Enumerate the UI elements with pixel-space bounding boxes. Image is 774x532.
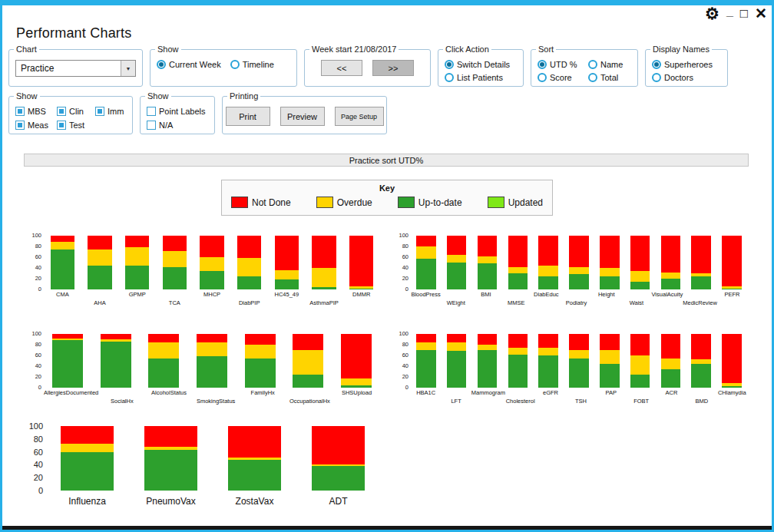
bar-cholesterol[interactable] <box>508 334 528 388</box>
x-label-slot: AlcoholStatus <box>145 388 192 408</box>
segment-overdue <box>125 247 149 265</box>
bar-tca[interactable] <box>163 236 187 289</box>
maximize-icon[interactable]: □ <box>740 5 748 22</box>
bar-podiatry[interactable] <box>569 236 588 289</box>
checkbox-test[interactable]: Test <box>57 121 92 130</box>
segment-up-to-date <box>144 450 198 491</box>
segment-not-done <box>722 334 741 383</box>
radio-switch-details[interactable]: Switch Details <box>445 60 517 69</box>
radio-list-patients[interactable]: List Patients <box>445 73 517 82</box>
radio-doctors[interactable]: Doctors <box>652 73 721 82</box>
segment-up-to-date <box>538 276 557 290</box>
checkbox-imm[interactable]: Imm <box>95 107 126 116</box>
x-axis-labels: BloodPressWEightBMIMMSEDiabEducPodiatryH… <box>411 289 747 309</box>
plot-column: BloodPressWEightBMIMMSEDiabEducPodiatryH… <box>411 236 747 309</box>
bar-diabeduc[interactable] <box>538 236 557 289</box>
bar-dmmr[interactable] <box>349 236 373 289</box>
bar-tsh[interactable] <box>569 334 588 388</box>
bar-adt[interactable] <box>312 426 366 491</box>
bar-socialhx[interactable] <box>101 334 131 388</box>
bar-pefr[interactable] <box>722 236 741 289</box>
y-tick-label: 100 <box>399 233 408 239</box>
bar-allergiesdocumented[interactable] <box>52 334 83 388</box>
checkbox-clin[interactable]: Clin <box>57 107 92 116</box>
segment-up-to-date <box>148 359 179 388</box>
x-label-slot: DMMR <box>342 289 380 309</box>
bar-chlamydia[interactable] <box>722 334 741 388</box>
bar-height[interactable] <box>600 236 619 289</box>
bar-acr[interactable] <box>661 334 680 388</box>
chevron-down-icon[interactable]: ▼ <box>121 61 135 76</box>
close-icon[interactable]: ✕ <box>755 5 767 22</box>
checkbox-meas[interactable]: Meas <box>15 121 54 130</box>
settings-gear-icon[interactable]: ⚙ <box>705 5 719 22</box>
y-tick-label: 60 <box>34 448 43 457</box>
radio-timeline[interactable]: Timeline <box>230 60 274 69</box>
bar-hba1c[interactable] <box>416 334 435 388</box>
bar-hc45-49[interactable] <box>275 236 299 289</box>
bar-slot <box>268 236 306 289</box>
chart-dropdown[interactable]: Practice ▼ <box>15 60 136 77</box>
x-label-slot: PneumoVax <box>129 491 213 507</box>
controls-row-2: Show MBSClinImmMeasTest Show Point Label… <box>8 96 766 134</box>
bar-zostavax[interactable] <box>228 426 282 491</box>
prev-week-button[interactable]: << <box>321 60 362 76</box>
x-label-slot: BMD <box>686 388 716 408</box>
bar-egfr[interactable] <box>538 334 557 388</box>
radio-label: Score <box>550 73 572 82</box>
bar-lft[interactable] <box>447 334 466 388</box>
segment-not-done <box>228 426 282 458</box>
preview-button[interactable]: Preview <box>280 107 325 126</box>
bar-bmi[interactable] <box>478 236 497 289</box>
bar-influenza[interactable] <box>61 426 114 491</box>
bar-bmd[interactable] <box>691 334 710 388</box>
checkbox-point-labels[interactable]: Point Labels <box>147 107 208 116</box>
bar-medicreview[interactable] <box>691 236 710 289</box>
plot-area <box>44 334 380 388</box>
bar-gpmp[interactable] <box>125 236 149 289</box>
bar-weight[interactable] <box>447 236 466 289</box>
x-label-slot: Waist <box>621 289 651 309</box>
segment-overdue <box>630 271 650 282</box>
bar-waist[interactable] <box>630 236 650 289</box>
segment-up-to-date <box>447 263 466 289</box>
radio-score[interactable]: Score <box>538 73 587 82</box>
radio-total[interactable]: Total <box>588 73 631 82</box>
bar-mmse[interactable] <box>508 236 528 289</box>
bar-cma[interactable] <box>51 236 74 289</box>
bar-fobt[interactable] <box>630 334 650 388</box>
y-tick-label: 80 <box>35 342 41 348</box>
y-tick-label: 60 <box>402 352 408 359</box>
bar-diabpip[interactable] <box>237 236 261 289</box>
y-tick-label: 80 <box>35 243 41 249</box>
segment-overdue <box>88 249 111 266</box>
bar-mhcp[interactable] <box>200 236 223 289</box>
bar-aha[interactable] <box>88 236 111 289</box>
next-week-button[interactable]: >> <box>372 60 414 76</box>
minimize-icon[interactable]: _ <box>726 3 733 20</box>
bar-familyhx[interactable] <box>245 334 276 388</box>
bar-occupationalhx[interactable] <box>293 334 323 388</box>
bar-visualacuity[interactable] <box>661 236 680 289</box>
checkbox-mbs[interactable]: MBS <box>15 107 54 116</box>
bar-pneumovax[interactable] <box>144 426 198 491</box>
segment-overdue <box>447 342 466 352</box>
checkbox-n-a[interactable]: N/A <box>147 121 208 130</box>
x-label-slot: HC45_49 <box>268 289 306 309</box>
bar-smokingstatus[interactable] <box>197 334 227 388</box>
bar-alcoholstatus[interactable] <box>148 334 179 388</box>
bar-pap[interactable] <box>600 334 619 388</box>
radio-current-week[interactable]: Current Week <box>157 60 221 69</box>
bar-asthmapip[interactable] <box>312 236 336 289</box>
radio-name[interactable]: Name <box>588 60 631 69</box>
page-setup-button[interactable]: Page Setup <box>335 107 384 126</box>
bar-mammogram[interactable] <box>478 334 497 388</box>
x-label: CMA <box>56 291 69 298</box>
print-button[interactable]: Print <box>226 107 270 126</box>
radio-utd[interactable]: UTD % <box>538 60 587 69</box>
y-axis: 100806040200 <box>28 233 44 292</box>
radio-superheroes[interactable]: Superheroes <box>652 60 721 69</box>
bar-bloodpress[interactable] <box>416 236 435 289</box>
segment-up-to-date <box>478 350 497 388</box>
bar-shsupload[interactable] <box>341 334 372 388</box>
